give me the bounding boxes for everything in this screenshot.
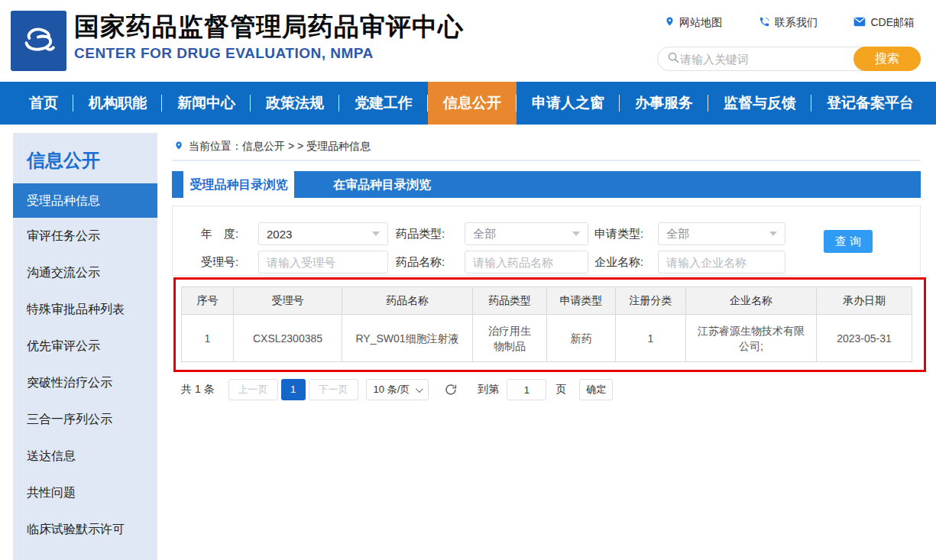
nav-item-info-disclosure[interactable]: 信息公开 [428,82,517,125]
company-name-input[interactable] [658,251,785,274]
nav-item-news-center[interactable]: 新闻中心 [162,82,251,125]
nav-item-services[interactable]: 办事服务 [620,82,708,125]
col-header-apply-type: 申请类型 [547,287,616,315]
location-pin-icon [174,140,183,154]
nav-item-supervision-feedback[interactable]: 监督与反馈 [708,82,811,125]
query-button[interactable]: 查 询 [824,230,873,253]
cell-company-name: 江苏睿源生物技术有限公司; [686,315,817,362]
company-name-label: 企业名称: [594,251,643,274]
page-unit-label: 页 [555,383,566,397]
sidebar-item-review-task-publicity[interactable]: 审评任务公示 [13,218,157,254]
phone-icon [759,16,770,30]
link-label: 联系我们 [775,16,818,30]
confirm-button[interactable]: 确定 [579,379,613,400]
apply-type-select[interactable]: 全部 [658,222,785,245]
col-header-company-name: 企业名称 [686,287,817,315]
sidebar-item-communication-publicity[interactable]: 沟通交流公示 [13,254,157,291]
tab-under-review-catalog[interactable]: 在审品种目录浏览 [294,171,470,198]
drug-type-select[interactable]: 全部 [465,222,588,245]
apply-type-label: 申请类型: [594,222,643,245]
table-header-row: 序号 受理号 药品名称 药品类型 申请类型 注册分类 企业名称 承办日期 [182,287,912,315]
breadcrumb-text: 当前位置：信息公开 > > 受理品种信息 [189,140,371,154]
col-header-acceptance-no: 受理号 [234,287,342,315]
year-label: 年 度: [201,222,238,245]
apply-type-select-value: 全部 [666,227,769,241]
content: 信息公开 受理品种信息 审评任务公示 沟通交流公示 特殊审批品种列表 优先审评公… [0,125,936,560]
current-page-button[interactable]: 1 [281,379,306,400]
col-header-handle-date: 承办日期 [817,287,912,315]
accept-no-label: 受理号: [201,251,238,274]
goto-page-label: 到第 [478,383,499,397]
cell-handle-date: 2023-05-31 [817,315,912,362]
col-header-drug-type: 药品类型 [473,287,547,315]
envelope-icon [853,17,866,29]
title-block: 国家药品监督管理局药品审评中心 CENTER FOR DRUG EVALUATI… [74,11,464,62]
sidebar-item-priority-review-publicity[interactable]: 优先审评公示 [13,328,157,364]
chevron-down-icon [416,385,423,393]
site-header: 国家药品监督管理局药品审评中心 CENTER FOR DRUG EVALUATI… [0,0,936,82]
drug-type-label: 药品类型: [396,222,445,245]
total-count: 共 1 条 [181,383,215,397]
table-row: 1 CXSL2300385 RY_SW01细胞注射液 治疗用生物制品 新药 1 … [182,315,912,362]
page-size-value: 10 条/页 [374,383,410,397]
chevron-down-icon [769,231,777,236]
chevron-down-icon [572,231,580,236]
sidebar-item-special-approval-list[interactable]: 特殊审批品种列表 [13,291,157,328]
nav-item-policies[interactable]: 政策法规 [251,82,339,125]
link-contact-us[interactable]: 联系我们 [759,16,818,30]
sidebar-item-three-in-one-sequence-publicity[interactable]: 三合一序列公示 [13,401,157,438]
link-cde-mail[interactable]: CDE邮箱 [853,16,915,30]
highlight-annotation-box: 序号 受理号 药品名称 药品类型 申请类型 注册分类 企业名称 承办日期 1 C… [173,277,926,372]
nav-item-home[interactable]: 首页 [14,82,73,125]
filter-panel: 年 度: 2023 药品类型: 全部 申请类型: 全部 查 询 受理号: 药品名… [172,206,921,276]
sidebar: 信息公开 受理品种信息 审评任务公示 沟通交流公示 特殊审批品种列表 优先审评公… [13,133,157,560]
link-label: CDE邮箱 [870,16,915,30]
col-header-registration-class: 注册分类 [616,287,686,315]
goto-page-input[interactable] [507,379,546,400]
quick-links: 网站地图 联系我们 CDE邮箱 [657,15,921,30]
link-label: 网站地图 [679,16,722,30]
accept-no-input[interactable] [258,251,388,274]
search-button[interactable]: 搜索 [853,47,921,71]
search-icon [667,51,680,67]
chevron-down-icon [372,231,380,236]
drug-name-input[interactable] [465,251,588,274]
swan-logo-icon [18,18,60,64]
tab-bar: 受理品种目录浏览 在审品种目录浏览 [172,171,921,198]
drug-name-label: 药品名称: [396,251,445,274]
cell-apply-type: 新药 [547,315,616,362]
sidebar-item-delivery-info[interactable]: 送达信息 [13,438,157,474]
cde-logo[interactable] [11,11,66,71]
drug-type-select-value: 全部 [473,227,572,241]
refresh-icon[interactable] [444,383,458,397]
results-table: 序号 受理号 药品名称 药品类型 申请类型 注册分类 企业名称 承办日期 1 C… [181,286,912,362]
nav-item-party-building[interactable]: 党建工作 [339,82,428,125]
cell-acceptance-no: CXSL2300385 [234,315,342,362]
cell-registration-class: 1 [616,315,686,362]
link-sitemap[interactable]: 网站地图 [665,15,722,30]
site-title: 国家药品监督管理局药品审评中心 [74,11,464,43]
sidebar-item-breakthrough-therapy-publicity[interactable]: 突破性治疗公示 [13,364,157,401]
search-bar: 搜索 [657,47,921,71]
cell-seq: 1 [182,315,234,362]
sidebar-item-accepted-varieties-info[interactable]: 受理品种信息 [13,183,157,218]
main-nav: 首页 机构职能 新闻中心 政策法规 党建工作 信息公开 申请人之窗 办事服务 监… [0,82,936,125]
site-subtitle: CENTER FOR DRUG EVALUATION, NMPA [74,45,464,62]
sidebar-item-clinical-trial-implied-license[interactable]: 临床试验默示许可 [13,511,157,548]
col-header-seq: 序号 [182,287,234,315]
nav-item-applicant-window[interactable]: 申请人之窗 [517,82,620,125]
tab-accepted-catalog[interactable]: 受理品种目录浏览 [183,171,294,198]
nav-item-registration-platform[interactable]: 登记备案平台 [811,82,929,125]
header-right: 网站地图 联系我们 CDE邮箱 搜索 [657,15,921,71]
prev-page-button[interactable]: 上一页 [228,379,278,400]
sidebar-item-common-issues[interactable]: 共性问题 [13,474,157,511]
pagination: 共 1 条 上一页 1 下一页 10 条/页 到第 页 确定 [172,379,921,400]
location-pin-icon [665,15,675,30]
nav-item-org-functions[interactable]: 机构职能 [73,82,162,125]
cell-drug-type: 治疗用生物制品 [473,315,547,362]
next-page-button[interactable]: 下一页 [309,379,358,400]
col-header-drug-name: 药品名称 [342,287,473,315]
page-size-select[interactable]: 10 条/页 [366,379,429,400]
year-select[interactable]: 2023 [258,222,388,245]
breadcrumb: 当前位置：信息公开 > > 受理品种信息 [172,133,921,161]
